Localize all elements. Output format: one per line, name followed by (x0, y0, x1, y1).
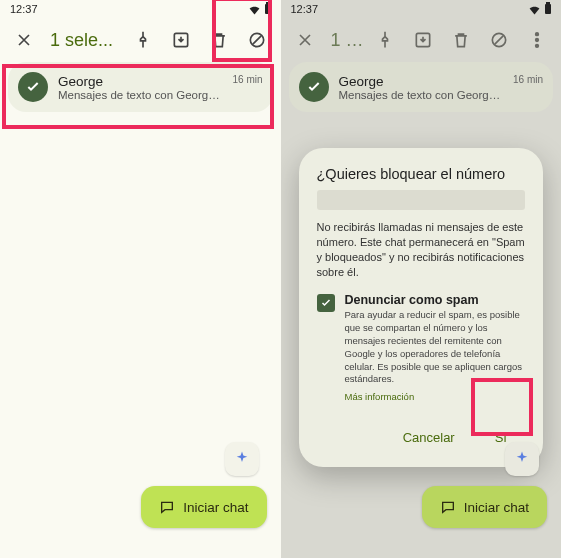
status-time: 12:37 (291, 3, 319, 15)
block-number-dialog: ¿Quieres bloquear el número No recibirás… (299, 148, 544, 467)
check-icon (25, 79, 41, 95)
status-time: 12:37 (10, 3, 38, 15)
pin-button[interactable] (125, 22, 161, 58)
status-bar: 12:37 (281, 0, 562, 18)
fab-label: Iniciar chat (183, 500, 248, 515)
status-indicators (248, 3, 271, 16)
delete-button[interactable] (201, 22, 237, 58)
block-button[interactable] (239, 22, 275, 58)
screen-block-dialog: 12:37 1 sele... George (281, 0, 562, 558)
app-bar: 1 sele... (0, 18, 281, 62)
fab-label: Iniciar chat (464, 500, 529, 515)
close-button[interactable] (6, 22, 42, 58)
more-vert-icon (527, 30, 547, 50)
wifi-icon (528, 3, 541, 16)
close-icon (14, 30, 34, 50)
start-chat-fab[interactable]: Iniciar chat (141, 486, 266, 528)
avatar-selected (299, 72, 329, 102)
close-icon (295, 30, 315, 50)
delete-button[interactable] (443, 22, 479, 58)
appbar-title: 1 sele... (331, 30, 366, 51)
dialog-title: ¿Quieres bloquear el número (317, 166, 526, 182)
block-button[interactable] (481, 22, 517, 58)
more-info-link[interactable]: Más información (345, 391, 415, 402)
sparkle-icon (233, 450, 251, 468)
dialog-actions: Cancelar Sí (317, 422, 526, 453)
trash-icon (451, 30, 471, 50)
close-button[interactable] (287, 22, 323, 58)
check-icon (320, 297, 332, 309)
archive-button[interactable] (163, 22, 199, 58)
chat-icon (440, 499, 456, 515)
block-icon (247, 30, 267, 50)
magic-compose-button[interactable] (225, 442, 259, 476)
conversation-name: George (58, 74, 222, 89)
pin-button[interactable] (367, 22, 403, 58)
conversation-name: George (339, 74, 503, 89)
conversation-snippet: Mensajes de texto con George (SMS/... (58, 89, 222, 101)
app-bar: 1 sele... (281, 18, 562, 62)
dialog-number-placeholder (317, 190, 526, 210)
conversation-text: George Mensajes de texto con George (SMS… (58, 74, 222, 101)
cancel-button[interactable]: Cancelar (393, 422, 465, 453)
report-spam-row[interactable]: Denunciar como spam Para ayudar a reduci… (317, 293, 526, 404)
screen-select-mode: 12:37 1 sele... George Mensajes de text (0, 0, 281, 558)
conversation-snippet: Mensajes de texto con George (SMS/... (339, 89, 503, 101)
start-chat-fab[interactable]: Iniciar chat (422, 486, 547, 528)
conversation-text: George Mensajes de texto con George (SMS… (339, 74, 503, 101)
report-spam-desc: Para ayudar a reducir el spam, es posibl… (345, 309, 526, 386)
status-bar: 12:37 (0, 0, 281, 18)
appbar-title: 1 sele... (50, 30, 123, 51)
report-spam-checkbox[interactable] (317, 294, 335, 312)
status-indicators (528, 3, 551, 16)
wifi-icon (248, 3, 261, 16)
magic-compose-button[interactable] (505, 442, 539, 476)
more-button[interactable] (519, 22, 555, 58)
archive-button[interactable] (405, 22, 441, 58)
conversation-time: 16 min (513, 74, 543, 85)
svg-point-4 (536, 33, 539, 36)
report-spam-text: Denunciar como spam Para ayudar a reduci… (345, 293, 526, 404)
conversation-item[interactable]: George Mensajes de texto con George (SMS… (8, 62, 273, 112)
report-spam-title: Denunciar como spam (345, 293, 526, 307)
sparkle-icon (513, 450, 531, 468)
archive-icon (413, 30, 433, 50)
block-icon (489, 30, 509, 50)
battery-icon (265, 4, 271, 14)
chat-icon (159, 499, 175, 515)
dialog-description: No recibirás llamadas ni mensajes de est… (317, 220, 526, 279)
check-icon (306, 79, 322, 95)
archive-icon (171, 30, 191, 50)
svg-point-6 (536, 45, 539, 48)
conversation-time: 16 min (232, 74, 262, 85)
avatar-selected (18, 72, 48, 102)
pin-icon (133, 30, 153, 50)
pin-icon (375, 30, 395, 50)
svg-point-5 (536, 39, 539, 42)
trash-icon (209, 30, 229, 50)
battery-icon (545, 4, 551, 14)
conversation-item[interactable]: George Mensajes de texto con George (SMS… (289, 62, 554, 112)
